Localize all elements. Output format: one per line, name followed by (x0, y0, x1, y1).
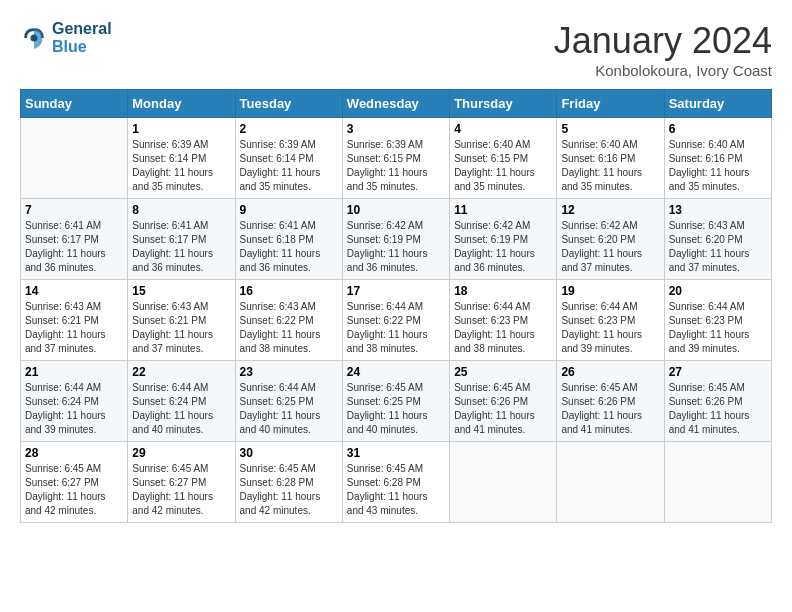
day-info: Sunrise: 6:45 AM Sunset: 6:26 PM Dayligh… (454, 381, 552, 437)
calendar-cell: 20Sunrise: 6:44 AM Sunset: 6:23 PM Dayli… (664, 280, 771, 361)
day-number: 8 (132, 203, 230, 217)
day-info: Sunrise: 6:39 AM Sunset: 6:15 PM Dayligh… (347, 138, 445, 194)
calendar-cell: 7Sunrise: 6:41 AM Sunset: 6:17 PM Daylig… (21, 199, 128, 280)
day-info: Sunrise: 6:45 AM Sunset: 6:27 PM Dayligh… (25, 462, 123, 518)
calendar-subtitle: Konbolokoura, Ivory Coast (554, 62, 772, 79)
day-info: Sunrise: 6:39 AM Sunset: 6:14 PM Dayligh… (240, 138, 338, 194)
day-info: Sunrise: 6:41 AM Sunset: 6:17 PM Dayligh… (132, 219, 230, 275)
day-number: 16 (240, 284, 338, 298)
calendar-cell: 12Sunrise: 6:42 AM Sunset: 6:20 PM Dayli… (557, 199, 664, 280)
day-number: 19 (561, 284, 659, 298)
day-number: 14 (25, 284, 123, 298)
calendar-cell: 2Sunrise: 6:39 AM Sunset: 6:14 PM Daylig… (235, 118, 342, 199)
calendar-cell (557, 442, 664, 523)
day-info: Sunrise: 6:44 AM Sunset: 6:24 PM Dayligh… (25, 381, 123, 437)
logo-icon (20, 24, 48, 52)
day-number: 6 (669, 122, 767, 136)
day-info: Sunrise: 6:44 AM Sunset: 6:23 PM Dayligh… (454, 300, 552, 356)
day-info: Sunrise: 6:45 AM Sunset: 6:25 PM Dayligh… (347, 381, 445, 437)
calendar-cell (450, 442, 557, 523)
day-number: 28 (25, 446, 123, 460)
calendar-cell: 18Sunrise: 6:44 AM Sunset: 6:23 PM Dayli… (450, 280, 557, 361)
day-number: 17 (347, 284, 445, 298)
calendar-cell: 26Sunrise: 6:45 AM Sunset: 6:26 PM Dayli… (557, 361, 664, 442)
day-number: 4 (454, 122, 552, 136)
day-info: Sunrise: 6:40 AM Sunset: 6:16 PM Dayligh… (561, 138, 659, 194)
calendar-week-row: 21Sunrise: 6:44 AM Sunset: 6:24 PM Dayli… (21, 361, 772, 442)
day-info: Sunrise: 6:42 AM Sunset: 6:19 PM Dayligh… (454, 219, 552, 275)
calendar-cell: 3Sunrise: 6:39 AM Sunset: 6:15 PM Daylig… (342, 118, 449, 199)
page-header: General Blue January 2024 Konbolokoura, … (20, 20, 772, 79)
day-number: 9 (240, 203, 338, 217)
calendar-cell: 13Sunrise: 6:43 AM Sunset: 6:20 PM Dayli… (664, 199, 771, 280)
day-info: Sunrise: 6:41 AM Sunset: 6:17 PM Dayligh… (25, 219, 123, 275)
calendar-cell: 25Sunrise: 6:45 AM Sunset: 6:26 PM Dayli… (450, 361, 557, 442)
calendar-cell: 16Sunrise: 6:43 AM Sunset: 6:22 PM Dayli… (235, 280, 342, 361)
day-number: 26 (561, 365, 659, 379)
calendar-cell (664, 442, 771, 523)
weekday-header: Sunday (21, 90, 128, 118)
svg-point-0 (31, 34, 38, 41)
calendar-cell: 10Sunrise: 6:42 AM Sunset: 6:19 PM Dayli… (342, 199, 449, 280)
calendar-cell: 30Sunrise: 6:45 AM Sunset: 6:28 PM Dayli… (235, 442, 342, 523)
day-info: Sunrise: 6:44 AM Sunset: 6:25 PM Dayligh… (240, 381, 338, 437)
day-number: 24 (347, 365, 445, 379)
calendar-cell: 6Sunrise: 6:40 AM Sunset: 6:16 PM Daylig… (664, 118, 771, 199)
calendar-cell: 22Sunrise: 6:44 AM Sunset: 6:24 PM Dayli… (128, 361, 235, 442)
day-number: 10 (347, 203, 445, 217)
calendar-cell: 19Sunrise: 6:44 AM Sunset: 6:23 PM Dayli… (557, 280, 664, 361)
weekday-header: Wednesday (342, 90, 449, 118)
day-number: 1 (132, 122, 230, 136)
weekday-header: Tuesday (235, 90, 342, 118)
calendar-cell: 17Sunrise: 6:44 AM Sunset: 6:22 PM Dayli… (342, 280, 449, 361)
day-number: 25 (454, 365, 552, 379)
calendar-cell: 24Sunrise: 6:45 AM Sunset: 6:25 PM Dayli… (342, 361, 449, 442)
calendar-cell (21, 118, 128, 199)
day-number: 12 (561, 203, 659, 217)
day-number: 27 (669, 365, 767, 379)
day-number: 18 (454, 284, 552, 298)
weekday-header: Monday (128, 90, 235, 118)
day-number: 29 (132, 446, 230, 460)
title-block: January 2024 Konbolokoura, Ivory Coast (554, 20, 772, 79)
day-number: 20 (669, 284, 767, 298)
day-info: Sunrise: 6:45 AM Sunset: 6:27 PM Dayligh… (132, 462, 230, 518)
day-info: Sunrise: 6:44 AM Sunset: 6:23 PM Dayligh… (561, 300, 659, 356)
calendar-cell: 11Sunrise: 6:42 AM Sunset: 6:19 PM Dayli… (450, 199, 557, 280)
calendar-cell: 21Sunrise: 6:44 AM Sunset: 6:24 PM Dayli… (21, 361, 128, 442)
weekday-header: Friday (557, 90, 664, 118)
day-number: 30 (240, 446, 338, 460)
calendar-cell: 5Sunrise: 6:40 AM Sunset: 6:16 PM Daylig… (557, 118, 664, 199)
calendar-table: SundayMondayTuesdayWednesdayThursdayFrid… (20, 89, 772, 523)
calendar-cell: 15Sunrise: 6:43 AM Sunset: 6:21 PM Dayli… (128, 280, 235, 361)
weekday-header: Thursday (450, 90, 557, 118)
calendar-body: 1Sunrise: 6:39 AM Sunset: 6:14 PM Daylig… (21, 118, 772, 523)
day-number: 11 (454, 203, 552, 217)
weekday-header: Saturday (664, 90, 771, 118)
day-number: 13 (669, 203, 767, 217)
day-info: Sunrise: 6:43 AM Sunset: 6:22 PM Dayligh… (240, 300, 338, 356)
day-info: Sunrise: 6:44 AM Sunset: 6:24 PM Dayligh… (132, 381, 230, 437)
day-number: 23 (240, 365, 338, 379)
day-info: Sunrise: 6:45 AM Sunset: 6:26 PM Dayligh… (669, 381, 767, 437)
day-info: Sunrise: 6:40 AM Sunset: 6:15 PM Dayligh… (454, 138, 552, 194)
day-number: 15 (132, 284, 230, 298)
day-number: 3 (347, 122, 445, 136)
day-info: Sunrise: 6:41 AM Sunset: 6:18 PM Dayligh… (240, 219, 338, 275)
calendar-week-row: 7Sunrise: 6:41 AM Sunset: 6:17 PM Daylig… (21, 199, 772, 280)
day-number: 21 (25, 365, 123, 379)
calendar-header-row: SundayMondayTuesdayWednesdayThursdayFrid… (21, 90, 772, 118)
day-info: Sunrise: 6:45 AM Sunset: 6:26 PM Dayligh… (561, 381, 659, 437)
day-info: Sunrise: 6:42 AM Sunset: 6:20 PM Dayligh… (561, 219, 659, 275)
day-info: Sunrise: 6:42 AM Sunset: 6:19 PM Dayligh… (347, 219, 445, 275)
calendar-cell: 14Sunrise: 6:43 AM Sunset: 6:21 PM Dayli… (21, 280, 128, 361)
calendar-cell: 28Sunrise: 6:45 AM Sunset: 6:27 PM Dayli… (21, 442, 128, 523)
calendar-week-row: 14Sunrise: 6:43 AM Sunset: 6:21 PM Dayli… (21, 280, 772, 361)
calendar-cell: 23Sunrise: 6:44 AM Sunset: 6:25 PM Dayli… (235, 361, 342, 442)
calendar-title: January 2024 (554, 20, 772, 62)
calendar-cell: 27Sunrise: 6:45 AM Sunset: 6:26 PM Dayli… (664, 361, 771, 442)
day-info: Sunrise: 6:43 AM Sunset: 6:21 PM Dayligh… (25, 300, 123, 356)
calendar-cell: 29Sunrise: 6:45 AM Sunset: 6:27 PM Dayli… (128, 442, 235, 523)
calendar-week-row: 1Sunrise: 6:39 AM Sunset: 6:14 PM Daylig… (21, 118, 772, 199)
day-number: 5 (561, 122, 659, 136)
